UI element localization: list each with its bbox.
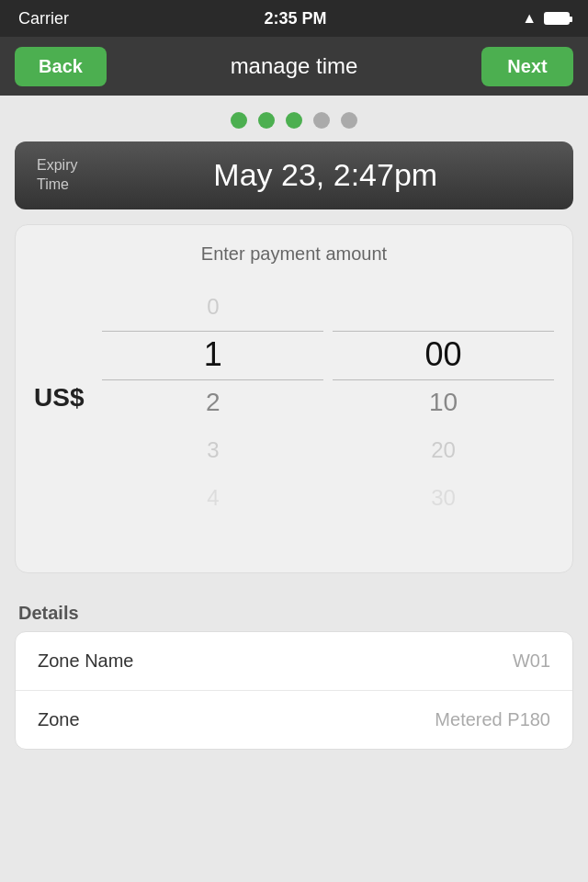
next-button[interactable]: Next bbox=[481, 47, 573, 86]
expiry-value: May 23, 2:47pm bbox=[99, 157, 551, 193]
dollar-item-3[interactable]: 3 bbox=[102, 426, 323, 474]
details-section-label: Details bbox=[0, 588, 588, 631]
expiry-banner: ExpiryTime May 23, 2:47pm bbox=[15, 141, 573, 209]
status-icons: ▲ bbox=[522, 10, 570, 27]
dollar-item-0[interactable]: 0 bbox=[102, 283, 323, 331]
dollar-picker[interactable]: 0 1 2 3 4 bbox=[102, 283, 323, 522]
carrier-label: Carrier bbox=[18, 9, 69, 28]
zone-name-value: W01 bbox=[513, 650, 550, 672]
currency-label: US$ bbox=[34, 383, 84, 422]
zone-name-key: Zone Name bbox=[38, 650, 134, 672]
dot-1 bbox=[231, 112, 247, 129]
details-card: Zone Name W01 Zone Metered P180 bbox=[15, 631, 573, 750]
expiry-label: ExpiryTime bbox=[37, 156, 77, 195]
dollar-item-2[interactable]: 2 bbox=[102, 379, 323, 426]
dot-3 bbox=[286, 112, 302, 129]
nav-bar: Back manage time Next bbox=[0, 37, 588, 96]
detail-row-zone-name: Zone Name W01 bbox=[16, 632, 572, 691]
step-dots bbox=[0, 96, 588, 141]
dot-4 bbox=[313, 112, 330, 129]
zone-key: Zone bbox=[38, 709, 80, 730]
status-time: 2:35 PM bbox=[265, 9, 327, 28]
detail-row-zone: Zone Metered P180 bbox=[16, 691, 572, 749]
zone-value: Metered P180 bbox=[435, 709, 550, 730]
dollar-item-4[interactable]: 4 bbox=[102, 474, 323, 522]
dot-5 bbox=[341, 112, 357, 129]
cents-item-10[interactable]: 10 bbox=[333, 379, 554, 426]
payment-title: Enter payment amount bbox=[16, 243, 572, 265]
cents-picker[interactable]: 00 10 20 30 bbox=[333, 283, 554, 522]
dollar-item-1[interactable]: 1 bbox=[102, 331, 323, 379]
page-title: manage time bbox=[231, 53, 358, 79]
cents-item-30[interactable]: 30 bbox=[333, 474, 554, 522]
battery-icon bbox=[544, 12, 570, 25]
location-icon: ▲ bbox=[522, 10, 537, 27]
cents-item-pre[interactable] bbox=[333, 283, 554, 331]
cents-item-20[interactable]: 20 bbox=[333, 426, 554, 474]
payment-card: Enter payment amount US$ 0 1 2 3 4 00 10 bbox=[15, 224, 573, 573]
back-button[interactable]: Back bbox=[15, 47, 107, 86]
cents-item-00[interactable]: 00 bbox=[333, 331, 554, 379]
dot-2 bbox=[258, 112, 275, 129]
picker-wrapper[interactable]: US$ 0 1 2 3 4 00 10 20 30 bbox=[16, 283, 572, 522]
status-bar: Carrier 2:35 PM ▲ bbox=[0, 0, 588, 37]
picker-columns[interactable]: 0 1 2 3 4 00 10 20 30 bbox=[102, 283, 554, 522]
